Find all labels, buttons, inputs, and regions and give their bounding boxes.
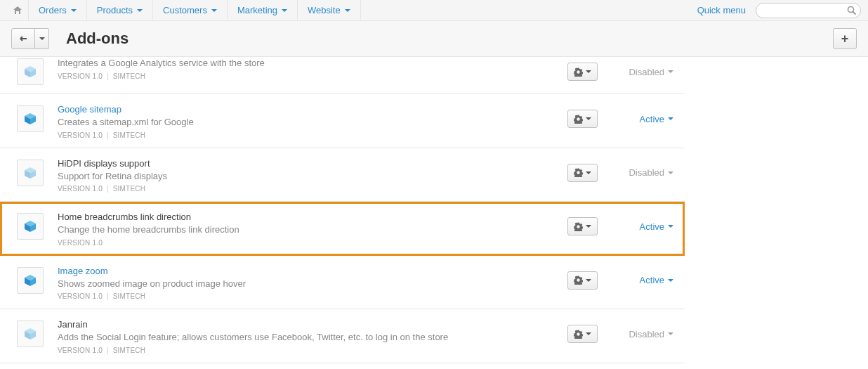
chevron-down-icon — [586, 279, 591, 282]
nav-item-orders[interactable]: Orders — [28, 0, 87, 21]
addon-controls: Active — [567, 266, 673, 290]
addon-title[interactable]: Image zoom — [58, 266, 567, 276]
search-box — [756, 3, 861, 18]
addon-status-label: Disabled — [629, 167, 664, 178]
addon-body: HiDPI displays supportSupport for Retina… — [58, 158, 567, 193]
nav-item-label: Marketing — [237, 5, 277, 15]
addon-title: Janrain — [58, 319, 567, 330]
addon-description: Change the home breadcrumbs link directi… — [58, 224, 567, 236]
chevron-down-icon — [586, 70, 591, 73]
addon-controls: Active — [567, 104, 673, 128]
addon-settings-button[interactable] — [567, 63, 598, 81]
nav-item-marketing[interactable]: Marketing — [228, 0, 298, 21]
addon-settings-button[interactable] — [567, 164, 598, 182]
nav-item-label: Customers — [163, 5, 207, 15]
nav-item-website[interactable]: Website — [298, 0, 361, 21]
addon-cube-icon — [17, 321, 44, 347]
addon-body: Google sitemapCreates a sitemap.xml for … — [58, 104, 567, 139]
addon-description: Creates a sitemap.xml for Google — [58, 116, 567, 129]
addon-settings-button[interactable] — [567, 217, 598, 235]
chevron-down-icon — [668, 225, 673, 228]
add-button[interactable]: + — [833, 28, 857, 49]
addon-status-toggle[interactable]: Disabled — [623, 329, 673, 339]
addon-description: Support for Retina displays — [58, 170, 567, 183]
addon-row: Google sitemapCreates a sitemap.xml for … — [0, 94, 685, 148]
search-input[interactable] — [756, 3, 861, 18]
addon-status-toggle[interactable]: Disabled — [623, 67, 673, 77]
nav-item-products[interactable]: Products — [87, 0, 153, 21]
search-icon[interactable] — [847, 6, 856, 15]
addon-status-toggle[interactable]: Active — [623, 221, 673, 232]
chevron-down-icon — [668, 117, 673, 120]
addon-meta: VERSION 1.0|SIMTECH — [58, 292, 567, 300]
chevron-down-icon — [282, 9, 287, 12]
quick-menu-link[interactable]: Quick menu — [688, 5, 756, 15]
addon-row: JanrainAdds the Social Login feature; al… — [0, 309, 685, 363]
addon-status-toggle[interactable]: Active — [623, 114, 673, 124]
nav-item-label: Products — [97, 5, 133, 15]
addon-status-label: Active — [640, 275, 664, 285]
addon-body: Home breadcrumbs link directionChange th… — [58, 212, 567, 247]
addon-status-label: Disabled — [629, 329, 664, 339]
addon-row: Image zoomShows zoomed image on product … — [0, 256, 685, 310]
chevron-down-icon — [586, 117, 591, 120]
chevron-down-icon — [668, 70, 673, 73]
addon-controls: Disabled — [567, 57, 673, 81]
addon-meta: VERSION 1.0 — [58, 239, 567, 247]
addon-settings-button[interactable] — [567, 110, 598, 128]
addon-meta: VERSION 1.0|SIMTECH — [58, 347, 567, 354]
addon-meta: VERSION 1.0|SIMTECH — [58, 72, 567, 80]
addon-title: HiDPI displays support — [58, 158, 567, 169]
chevron-down-icon — [668, 171, 673, 174]
addon-cube-icon — [17, 267, 44, 294]
page-title: Add-ons — [66, 30, 129, 48]
addon-description: Integrates a Google Analytics service wi… — [58, 57, 567, 70]
addon-status-label: Disabled — [629, 67, 664, 77]
back-button-group — [11, 28, 49, 49]
addon-description: Shows zoomed image on product image hove… — [58, 278, 567, 290]
chevron-down-icon — [668, 332, 673, 335]
addon-status-label: Active — [640, 114, 664, 124]
addon-row: Home breadcrumbs link directionChange th… — [0, 202, 685, 256]
addon-meta: VERSION 1.0|SIMTECH — [58, 185, 567, 193]
chevron-down-icon — [345, 9, 350, 12]
addon-body: Integrates a Google Analytics service wi… — [58, 57, 567, 80]
nav-item-label: Orders — [39, 5, 67, 15]
addon-body: Image zoomShows zoomed image on product … — [58, 266, 567, 301]
addon-status-toggle[interactable]: Disabled — [623, 167, 673, 178]
chevron-down-icon — [586, 332, 591, 335]
addon-row: Integrates a Google Analytics service wi… — [0, 57, 685, 94]
back-button[interactable] — [11, 28, 35, 49]
back-dropdown[interactable] — [35, 28, 49, 49]
chevron-down-icon — [668, 279, 673, 282]
addon-status-label: Active — [640, 221, 664, 232]
chevron-down-icon — [71, 9, 77, 12]
addon-cube-icon — [17, 213, 44, 240]
addon-settings-button[interactable] — [567, 271, 598, 290]
addon-title[interactable]: Google sitemap — [58, 104, 567, 115]
chevron-down-icon — [137, 9, 143, 12]
addon-title: Home breadcrumbs link direction — [58, 212, 567, 222]
addon-controls: Active — [567, 212, 673, 235]
addon-body: JanrainAdds the Social Login feature; al… — [58, 319, 567, 354]
addon-cube-icon — [17, 160, 44, 186]
chevron-down-icon — [211, 9, 217, 12]
addon-status-toggle[interactable]: Active — [623, 275, 673, 285]
addon-settings-button[interactable] — [567, 325, 598, 343]
chevron-down-icon — [586, 225, 591, 228]
chevron-down-icon — [586, 171, 591, 174]
addon-controls: Disabled — [567, 319, 673, 343]
nav-item-customers[interactable]: Customers — [153, 0, 228, 21]
nav-item-label: Website — [308, 5, 341, 15]
addon-cube-icon — [17, 105, 44, 132]
addon-meta: VERSION 1.0|SIMTECH — [58, 131, 567, 139]
addon-row: HiDPI displays supportSupport for Retina… — [0, 148, 685, 202]
addon-description: Adds the Social Login feature; allows cu… — [58, 331, 567, 344]
addon-controls: Disabled — [567, 158, 673, 182]
home-icon[interactable] — [7, 6, 28, 15]
addon-cube-icon — [17, 58, 44, 85]
